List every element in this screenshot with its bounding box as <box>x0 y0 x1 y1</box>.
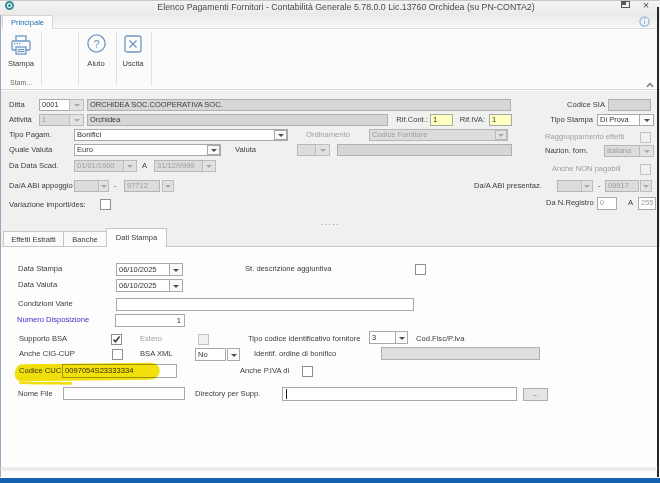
svg-text:?: ? <box>93 38 99 50</box>
